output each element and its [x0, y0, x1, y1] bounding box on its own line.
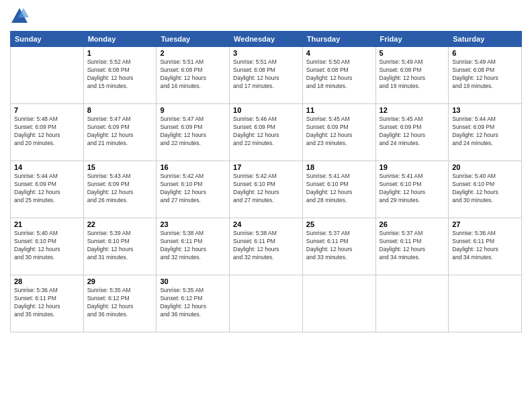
- logo: [10, 7, 31, 26]
- day-info: Sunrise: 5:51 AMSunset: 6:08 PMDaylight:…: [233, 58, 299, 91]
- calendar-cell: 21Sunrise: 5:40 AMSunset: 6:10 PMDayligh…: [11, 218, 84, 275]
- day-info: Sunrise: 5:36 AMSunset: 6:11 PMDaylight:…: [14, 287, 80, 319]
- day-info: Sunrise: 5:35 AMSunset: 6:12 PMDaylight:…: [160, 287, 226, 319]
- calendar-cell: 9Sunrise: 5:47 AMSunset: 6:09 PMDaylight…: [157, 104, 230, 161]
- calendar-cell: 5Sunrise: 5:49 AMSunset: 6:08 PMDaylight…: [375, 47, 449, 104]
- calendar-cell: 7Sunrise: 5:48 AMSunset: 6:09 PMDaylight…: [11, 104, 84, 161]
- calendar-cell: 2Sunrise: 5:51 AMSunset: 6:08 PMDaylight…: [157, 47, 230, 104]
- day-info: Sunrise: 5:47 AMSunset: 6:09 PMDaylight:…: [87, 116, 153, 148]
- calendar-week-1: 1Sunrise: 5:52 AMSunset: 6:08 PMDaylight…: [11, 47, 522, 104]
- calendar-cell: 24Sunrise: 5:38 AMSunset: 6:11 PMDayligh…: [230, 218, 303, 275]
- calendar-cell: 10Sunrise: 5:46 AMSunset: 6:09 PMDayligh…: [230, 104, 303, 161]
- day-number: 23: [160, 220, 226, 228]
- calendar-cell: 6Sunrise: 5:49 AMSunset: 6:08 PMDaylight…: [449, 47, 522, 104]
- calendar-week-2: 7Sunrise: 5:48 AMSunset: 6:09 PMDaylight…: [11, 104, 522, 161]
- calendar-cell: [302, 275, 375, 332]
- day-number: 7: [14, 106, 80, 114]
- day-number: 15: [87, 163, 153, 171]
- day-info: Sunrise: 5:36 AMSunset: 6:11 PMDaylight:…: [452, 230, 518, 262]
- calendar-cell: 8Sunrise: 5:47 AMSunset: 6:09 PMDaylight…: [83, 104, 157, 161]
- calendar-cell: 11Sunrise: 5:45 AMSunset: 6:09 PMDayligh…: [302, 104, 375, 161]
- calendar-cell: 18Sunrise: 5:41 AMSunset: 6:10 PMDayligh…: [302, 161, 375, 218]
- calendar-cell: 1Sunrise: 5:52 AMSunset: 6:08 PMDaylight…: [83, 47, 157, 104]
- day-number: 6: [452, 49, 518, 57]
- calendar-cell: 20Sunrise: 5:40 AMSunset: 6:10 PMDayligh…: [449, 161, 522, 218]
- day-info: Sunrise: 5:44 AMSunset: 6:09 PMDaylight:…: [14, 173, 80, 205]
- day-info: Sunrise: 5:40 AMSunset: 6:10 PMDaylight:…: [14, 230, 80, 262]
- calendar-cell: 13Sunrise: 5:44 AMSunset: 6:09 PMDayligh…: [449, 104, 522, 161]
- day-info: Sunrise: 5:41 AMSunset: 6:10 PMDaylight:…: [380, 173, 445, 205]
- calendar-cell: 3Sunrise: 5:51 AMSunset: 6:08 PMDaylight…: [230, 47, 303, 104]
- calendar-cell: [11, 47, 84, 104]
- day-number: 11: [306, 106, 372, 114]
- day-number: 10: [233, 106, 299, 114]
- day-number: 20: [452, 163, 518, 171]
- calendar-week-3: 14Sunrise: 5:44 AMSunset: 6:09 PMDayligh…: [11, 161, 522, 218]
- calendar-cell: [375, 275, 449, 332]
- calendar-header-row: SundayMondayTuesdayWednesdayThursdayFrid…: [11, 32, 522, 47]
- day-number: 14: [14, 163, 80, 171]
- day-info: Sunrise: 5:47 AMSunset: 6:09 PMDaylight:…: [160, 116, 226, 148]
- calendar-cell: 26Sunrise: 5:37 AMSunset: 6:11 PMDayligh…: [375, 218, 449, 275]
- day-info: Sunrise: 5:37 AMSunset: 6:11 PMDaylight:…: [380, 230, 445, 262]
- calendar-cell: 12Sunrise: 5:45 AMSunset: 6:09 PMDayligh…: [375, 104, 449, 161]
- day-info: Sunrise: 5:40 AMSunset: 6:10 PMDaylight:…: [452, 173, 518, 205]
- day-info: Sunrise: 5:50 AMSunset: 6:08 PMDaylight:…: [306, 58, 372, 91]
- day-number: 21: [14, 220, 80, 228]
- day-info: Sunrise: 5:49 AMSunset: 6:08 PMDaylight:…: [380, 58, 445, 91]
- calendar-table: SundayMondayTuesdayWednesdayThursdayFrid…: [10, 31, 522, 332]
- calendar-cell: 22Sunrise: 5:39 AMSunset: 6:10 PMDayligh…: [83, 218, 157, 275]
- day-number: 27: [452, 220, 518, 228]
- day-info: Sunrise: 5:39 AMSunset: 6:10 PMDaylight:…: [87, 230, 153, 262]
- calendar-cell: 17Sunrise: 5:42 AMSunset: 6:10 PMDayligh…: [230, 161, 303, 218]
- calendar-cell: 25Sunrise: 5:37 AMSunset: 6:11 PMDayligh…: [302, 218, 375, 275]
- day-number: 16: [160, 163, 226, 171]
- calendar-cell: 27Sunrise: 5:36 AMSunset: 6:11 PMDayligh…: [449, 218, 522, 275]
- day-info: Sunrise: 5:48 AMSunset: 6:09 PMDaylight:…: [14, 116, 80, 148]
- calendar-header-friday: Friday: [375, 32, 449, 47]
- day-number: 4: [306, 49, 372, 57]
- calendar-cell: 14Sunrise: 5:44 AMSunset: 6:09 PMDayligh…: [11, 161, 84, 218]
- day-number: 1: [87, 49, 153, 57]
- calendar-header-saturday: Saturday: [449, 32, 522, 47]
- calendar-cell: [230, 275, 303, 332]
- calendar-header-tuesday: Tuesday: [157, 32, 230, 47]
- calendar-cell: 28Sunrise: 5:36 AMSunset: 6:11 PMDayligh…: [11, 275, 84, 332]
- calendar-cell: 16Sunrise: 5:42 AMSunset: 6:10 PMDayligh…: [157, 161, 230, 218]
- calendar-cell: 30Sunrise: 5:35 AMSunset: 6:12 PMDayligh…: [157, 275, 230, 332]
- day-number: 18: [306, 163, 372, 171]
- calendar-cell: 19Sunrise: 5:41 AMSunset: 6:10 PMDayligh…: [375, 161, 449, 218]
- calendar-week-5: 28Sunrise: 5:36 AMSunset: 6:11 PMDayligh…: [11, 275, 522, 332]
- day-info: Sunrise: 5:51 AMSunset: 6:08 PMDaylight:…: [160, 58, 226, 91]
- logo-icon: [10, 7, 29, 26]
- calendar-cell: 29Sunrise: 5:35 AMSunset: 6:12 PMDayligh…: [83, 275, 157, 332]
- day-info: Sunrise: 5:42 AMSunset: 6:10 PMDaylight:…: [160, 173, 226, 205]
- day-info: Sunrise: 5:37 AMSunset: 6:11 PMDaylight:…: [306, 230, 372, 262]
- day-number: 24: [233, 220, 299, 228]
- day-info: Sunrise: 5:49 AMSunset: 6:08 PMDaylight:…: [452, 58, 518, 91]
- day-number: 2: [160, 49, 226, 57]
- day-number: 5: [380, 49, 445, 57]
- calendar-header-thursday: Thursday: [302, 32, 375, 47]
- calendar-cell: [449, 275, 522, 332]
- day-info: Sunrise: 5:52 AMSunset: 6:08 PMDaylight:…: [87, 58, 153, 91]
- day-info: Sunrise: 5:46 AMSunset: 6:09 PMDaylight:…: [233, 116, 299, 148]
- day-info: Sunrise: 5:45 AMSunset: 6:09 PMDaylight:…: [306, 116, 372, 148]
- day-number: 13: [452, 106, 518, 114]
- day-number: 17: [233, 163, 299, 171]
- day-info: Sunrise: 5:38 AMSunset: 6:11 PMDaylight:…: [233, 230, 299, 262]
- calendar-week-4: 21Sunrise: 5:40 AMSunset: 6:10 PMDayligh…: [11, 218, 522, 275]
- calendar-header-monday: Monday: [83, 32, 157, 47]
- day-number: 8: [87, 106, 153, 114]
- calendar-cell: 15Sunrise: 5:43 AMSunset: 6:09 PMDayligh…: [83, 161, 157, 218]
- day-info: Sunrise: 5:43 AMSunset: 6:09 PMDaylight:…: [87, 173, 153, 205]
- day-info: Sunrise: 5:38 AMSunset: 6:11 PMDaylight:…: [160, 230, 226, 262]
- day-info: Sunrise: 5:41 AMSunset: 6:10 PMDaylight:…: [306, 173, 372, 205]
- calendar-cell: 4Sunrise: 5:50 AMSunset: 6:08 PMDaylight…: [302, 47, 375, 104]
- day-number: 25: [306, 220, 372, 228]
- day-info: Sunrise: 5:35 AMSunset: 6:12 PMDaylight:…: [87, 287, 153, 319]
- day-number: 22: [87, 220, 153, 228]
- day-number: 19: [380, 163, 445, 171]
- day-number: 9: [160, 106, 226, 114]
- day-info: Sunrise: 5:44 AMSunset: 6:09 PMDaylight:…: [452, 116, 518, 148]
